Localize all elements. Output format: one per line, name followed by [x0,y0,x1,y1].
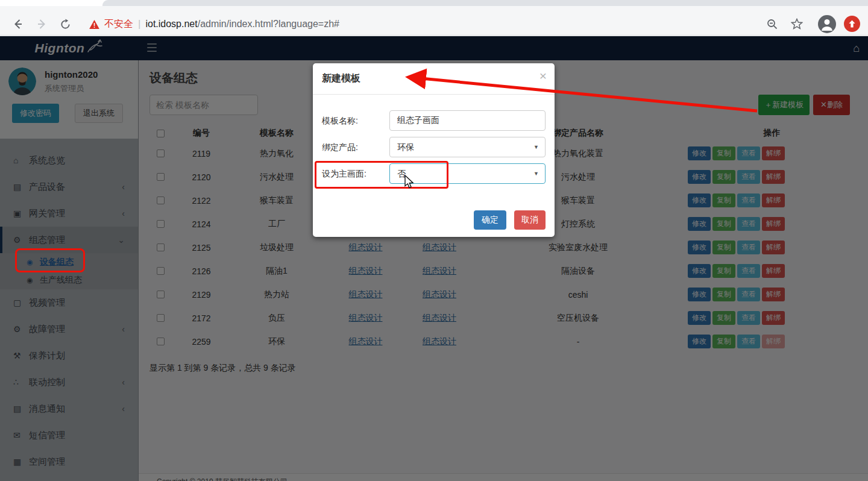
template-name-input[interactable] [389,110,546,131]
url-text[interactable]: iot.idosp.net/admin/index.html?language=… [145,19,339,30]
field-label-bound-product: 绑定产品: [322,137,389,157]
warning-icon [89,20,99,29]
zoom-out-icon[interactable] [764,16,780,32]
main-screen-select[interactable]: 否 [389,163,546,184]
security-warning[interactable]: 不安全 [104,18,133,31]
back-icon[interactable] [10,16,26,32]
close-icon[interactable]: × [539,69,547,83]
new-template-modal: 新建模板 × 模板名称: 绑定产品: 环保 ▼ 设为主画面: [313,63,555,237]
browser-toolbar: 不安全 | iot.idosp.net/admin/index.html?lan… [0,6,868,36]
address-divider: | [138,18,140,30]
field-label-template-name: 模板名称: [322,110,389,131]
browser-profile-avatar[interactable] [818,15,836,33]
modal-title: 新建模板 [322,73,360,83]
refresh-icon[interactable] [57,16,73,32]
url-host: iot.idosp.net [145,19,197,29]
field-label-main-screen: 设为主画面: [322,163,389,184]
forward-icon[interactable] [34,16,49,32]
url-path: /admin/index.html?language=zh# [198,19,339,29]
browser-update-icon[interactable] [844,16,860,32]
address-bar[interactable]: 不安全 | iot.idosp.net/admin/index.html?lan… [89,17,339,31]
confirm-button[interactable]: 确定 [474,210,506,230]
app-page: Hignton ⌂ hignton2020 系统管理员 [0,36,868,481]
cancel-button[interactable]: 取消 [514,210,546,230]
bound-product-select[interactable]: 环保 [389,137,546,157]
tab-strip [0,0,868,6]
browser-chrome: 不安全 | iot.idosp.net/admin/index.html?lan… [0,0,868,36]
screen: 不安全 | iot.idosp.net/admin/index.html?lan… [0,0,868,481]
bookmark-star-icon[interactable] [789,16,805,32]
